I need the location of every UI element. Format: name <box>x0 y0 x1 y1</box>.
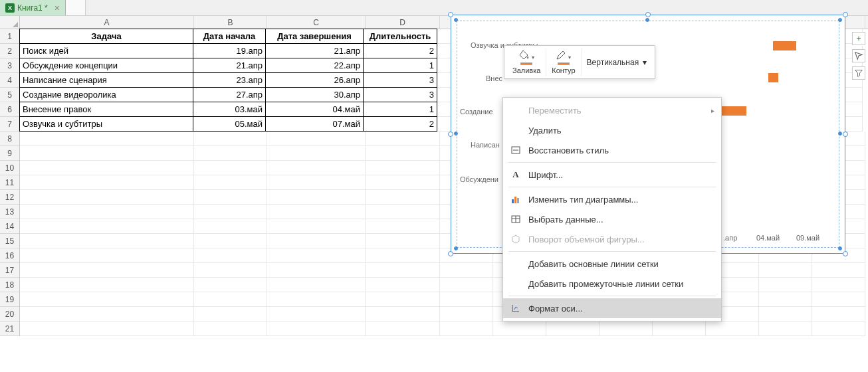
cell[interactable] <box>267 132 366 146</box>
cell[interactable] <box>366 205 440 219</box>
cell[interactable]: Длительность <box>363 29 437 44</box>
cell[interactable] <box>812 307 865 322</box>
menu-item-font[interactable]: A Шрифт... <box>503 165 721 185</box>
row-header[interactable]: 11 <box>0 175 20 190</box>
row-header[interactable]: 8 <box>0 132 20 146</box>
cell[interactable] <box>366 132 440 146</box>
document-tab[interactable]: X Книга1 * × <box>0 0 66 15</box>
cell[interactable] <box>267 248 366 263</box>
cell[interactable] <box>194 248 267 263</box>
cell[interactable]: Написание сценария <box>19 72 193 88</box>
resize-handle[interactable] <box>448 12 453 17</box>
row-header[interactable]: 12 <box>0 190 20 205</box>
cell[interactable] <box>194 161 267 175</box>
resize-handle[interactable] <box>454 18 458 22</box>
row-header[interactable]: 6 <box>0 102 20 117</box>
outline-color-button[interactable]: ▾ Контур <box>546 48 581 76</box>
cell[interactable] <box>759 263 812 278</box>
close-tab-icon[interactable]: × <box>54 3 60 13</box>
cell[interactable] <box>194 322 267 336</box>
cell[interactable] <box>20 132 194 146</box>
cell[interactable]: Дата начала <box>193 29 266 44</box>
cell[interactable] <box>194 205 267 219</box>
row-header[interactable]: 4 <box>0 73 20 88</box>
cell[interactable] <box>366 248 440 263</box>
cell[interactable] <box>20 146 194 161</box>
cell[interactable]: 03.май <box>193 102 266 117</box>
cell[interactable]: Создание видеоролика <box>19 87 193 102</box>
cell[interactable]: 21.апр <box>193 58 266 73</box>
cell[interactable] <box>440 263 493 278</box>
cell[interactable] <box>759 307 812 322</box>
cell[interactable] <box>440 307 493 322</box>
row-header[interactable]: 20 <box>0 307 20 322</box>
cell[interactable] <box>267 234 366 248</box>
resize-handle[interactable] <box>843 132 848 137</box>
cell[interactable] <box>20 219 194 234</box>
row-header[interactable]: 15 <box>0 234 20 248</box>
cell[interactable] <box>194 190 267 205</box>
menu-item-change-chart-type[interactable]: Изменить тип диаграммы... <box>503 189 721 209</box>
row-header[interactable]: 2 <box>0 44 20 58</box>
cell[interactable] <box>194 278 267 292</box>
select-all-corner[interactable] <box>0 16 20 29</box>
cell[interactable] <box>267 278 366 292</box>
col-header[interactable]: A <box>20 16 194 29</box>
cell[interactable]: 05.май <box>193 116 266 132</box>
cell[interactable] <box>812 278 865 292</box>
cell[interactable]: 3 <box>363 72 437 88</box>
cell[interactable] <box>20 190 194 205</box>
row-header[interactable]: 21 <box>0 322 20 336</box>
cell[interactable] <box>194 292 267 307</box>
chart-styles-icon[interactable] <box>852 49 865 62</box>
menu-item-add-major-gridlines[interactable]: Добавить основные линии сетки <box>503 254 721 274</box>
row-header[interactable]: 16 <box>0 248 20 263</box>
row-header[interactable]: 5 <box>0 88 20 102</box>
cell[interactable]: 1 <box>363 102 437 117</box>
cell[interactable] <box>267 322 366 336</box>
cell[interactable]: Задача <box>19 29 193 44</box>
cell[interactable]: Дата завершения <box>265 29 364 44</box>
row-header[interactable]: 19 <box>0 292 20 307</box>
cell[interactable] <box>366 219 440 234</box>
cell[interactable] <box>493 322 546 336</box>
cell[interactable] <box>20 322 194 336</box>
cell[interactable] <box>812 292 865 307</box>
col-header[interactable]: C <box>267 16 366 29</box>
cell[interactable] <box>759 278 812 292</box>
chart-filter-icon[interactable] <box>852 66 865 80</box>
cell[interactable] <box>267 146 366 161</box>
cell[interactable]: 04.май <box>265 102 364 117</box>
cell[interactable] <box>267 205 366 219</box>
cell[interactable] <box>20 175 194 190</box>
cell[interactable] <box>267 161 366 175</box>
cell[interactable] <box>366 322 440 336</box>
row-header[interactable]: 10 <box>0 161 20 175</box>
chart-add-element-icon[interactable]: + <box>852 32 865 45</box>
cell[interactable] <box>366 234 440 248</box>
cell[interactable] <box>194 307 267 322</box>
cell[interactable] <box>267 292 366 307</box>
cell[interactable] <box>599 322 653 336</box>
cell[interactable] <box>366 190 440 205</box>
resize-handle[interactable] <box>843 251 848 256</box>
cell[interactable] <box>440 278 493 292</box>
menu-item-format-axis[interactable]: Формат оси... <box>503 298 721 318</box>
cell[interactable] <box>759 292 812 307</box>
resize-handle[interactable] <box>448 251 453 256</box>
cell[interactable] <box>194 219 267 234</box>
menu-item-add-minor-gridlines[interactable]: Добавить промежуточные линии сетки <box>503 274 721 294</box>
cell[interactable] <box>812 263 865 278</box>
cell[interactable] <box>546 322 599 336</box>
row-header[interactable]: 13 <box>0 205 20 219</box>
cell[interactable] <box>20 292 194 307</box>
row-header[interactable]: 7 <box>0 117 20 132</box>
cell[interactable]: 1 <box>363 58 437 73</box>
cell[interactable] <box>194 175 267 190</box>
cell[interactable]: 2 <box>363 43 437 58</box>
chart-bar[interactable] <box>773 41 796 50</box>
cell[interactable] <box>194 146 267 161</box>
cell[interactable] <box>20 307 194 322</box>
cell[interactable] <box>20 263 194 278</box>
menu-item-restore-style[interactable]: Восстановить стиль <box>503 140 721 160</box>
